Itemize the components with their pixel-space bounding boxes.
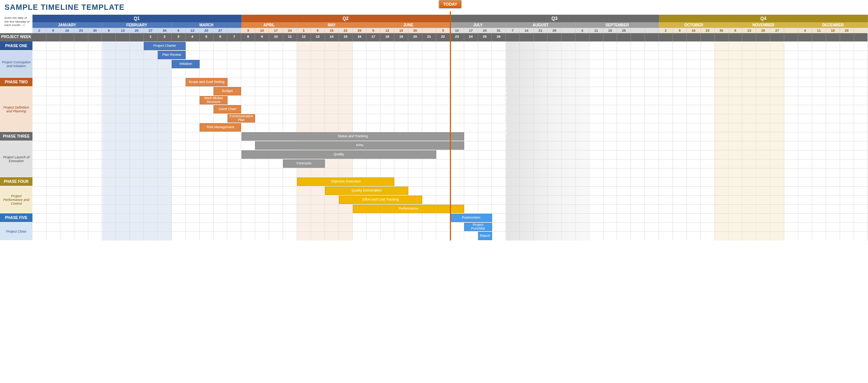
gantt-bar: Project Punchlist: [464, 223, 492, 231]
page-title: SAMPLE TIMELINE TEMPLATE: [0, 0, 868, 15]
gantt-bar: Gantt Chart: [214, 105, 242, 113]
project-week-cell: 24: [464, 33, 478, 41]
date-cell: 5: [366, 28, 380, 33]
date-cell: 27: [144, 28, 158, 33]
project-week-cell: 4: [186, 33, 200, 41]
project-week-cell: [74, 33, 88, 41]
date-cell: 8: [311, 28, 325, 33]
date-cell: 9: [46, 28, 60, 33]
phase-desc: Project Performance and Control: [0, 186, 32, 213]
quarter-Q1: Q1: [32, 15, 242, 22]
today-line: [450, 11, 451, 241]
date-cell: 25: [840, 28, 854, 33]
date-cell: 10: [255, 28, 269, 33]
project-week-cell: [60, 33, 74, 41]
project-week-cell: 8: [241, 33, 255, 41]
quarter-Q3: Q3: [450, 15, 659, 22]
date-cell: 17: [269, 28, 283, 33]
gantt-bar: Scope and Goal Setting: [186, 78, 228, 86]
date-cell: 18: [826, 28, 840, 33]
date-cell: [645, 28, 659, 33]
project-week-cell: [130, 33, 144, 41]
phase-header: PHASE FOUR: [0, 177, 32, 186]
date-cell: 34: [158, 28, 172, 33]
project-week-cell: [631, 33, 645, 41]
project-week-cell: 5: [200, 33, 214, 41]
gantt-bar: Communication Plan: [228, 114, 255, 123]
phase-header: PHASE FIVE: [0, 213, 32, 222]
project-week-cell: 9: [255, 33, 269, 41]
date-cell: 17: [464, 28, 478, 33]
date-cell: 6: [172, 28, 186, 33]
project-week-cell: 22: [436, 33, 450, 41]
date-cell: [631, 28, 645, 33]
date-cell: 23: [701, 28, 715, 33]
project-week-cell: 7: [227, 33, 241, 41]
date-cell: 31: [492, 28, 506, 33]
date-cell: 6: [729, 28, 743, 33]
project-week-cell: 1: [144, 33, 158, 41]
gantt-bar: Status and Tracking: [242, 132, 464, 141]
project-week-cell: [589, 33, 603, 41]
project-week-cell: 25: [478, 33, 492, 41]
date-cell: 21: [534, 28, 548, 33]
project-week-cell: [617, 33, 631, 41]
project-week-cell: [562, 33, 576, 41]
date-cell: 16: [687, 28, 701, 33]
phase-desc: Project Conception and Initiation: [0, 51, 32, 78]
date-cell: 19: [394, 28, 408, 33]
project-week-cell: [506, 33, 520, 41]
date-cell: 30: [88, 28, 102, 33]
month-july: JULY: [450, 22, 506, 28]
project-week-cell: [659, 33, 673, 41]
month-august: AUGUST: [506, 22, 576, 28]
project-week-cell: [88, 33, 102, 41]
project-week-cell: [645, 33, 659, 41]
month-april: APRIL: [242, 22, 297, 28]
date-cell: 23: [74, 28, 88, 33]
date-cell: 13: [116, 28, 130, 33]
project-week-cell: 11: [283, 33, 297, 41]
date-cell: 20: [200, 28, 214, 33]
project-week-cell: 10: [269, 33, 283, 41]
project-week-label: PROJECT WEEK: [0, 33, 32, 41]
quarter-Q2: Q2: [242, 15, 451, 22]
gantt-bar: Plan Review: [158, 51, 186, 59]
gantt-bar: Initiation: [172, 60, 200, 68]
project-week-cell: 14: [325, 33, 339, 41]
date-cell: 24: [478, 28, 492, 33]
phase-desc: Project Launch of Execution: [0, 141, 32, 177]
project-week-cell: 19: [394, 33, 408, 41]
date-cell: 3: [241, 28, 255, 33]
quarter-Q4: Q4: [659, 15, 868, 22]
project-week-cell: [854, 33, 868, 41]
gantt-bar: KPIs: [255, 141, 464, 150]
project-week-cell: [32, 33, 46, 41]
date-cell: [227, 28, 241, 33]
project-week-cell: 15: [339, 33, 353, 41]
date-cell: 22: [339, 28, 353, 33]
month-september: SEPTEMBER: [576, 22, 659, 28]
project-week-cell: 13: [311, 33, 325, 41]
project-week-cell: 16: [352, 33, 366, 41]
phase-desc: Project Definition and Planning: [0, 87, 32, 132]
project-week-cell: 3: [172, 33, 186, 41]
month-february: FEBRUARY: [102, 22, 172, 28]
date-cell: 29: [352, 28, 366, 33]
project-week-cell: 17: [366, 33, 380, 41]
project-week-cell: [673, 33, 687, 41]
date-cell: 2: [659, 28, 673, 33]
project-week-cell: 20: [408, 33, 422, 41]
gantt-bar: Risk Management: [200, 123, 242, 132]
project-week-cell: 2: [158, 33, 172, 41]
gantt-bar: Project Charter: [144, 42, 186, 50]
phase-header: PHASE ONE: [0, 41, 32, 51]
date-cell: 12: [380, 28, 394, 33]
gantt-bar: Effort and Cost Tracking: [339, 196, 422, 204]
today-tag: TODAY: [439, 0, 461, 8]
month-may: MAY: [297, 22, 367, 28]
gantt-bar: Quality: [242, 150, 437, 159]
date-cell: [784, 28, 798, 33]
instruction-text: Enter the date of the first Monday of ea…: [0, 15, 32, 27]
gantt-bar: Objective Execution: [297, 178, 394, 186]
